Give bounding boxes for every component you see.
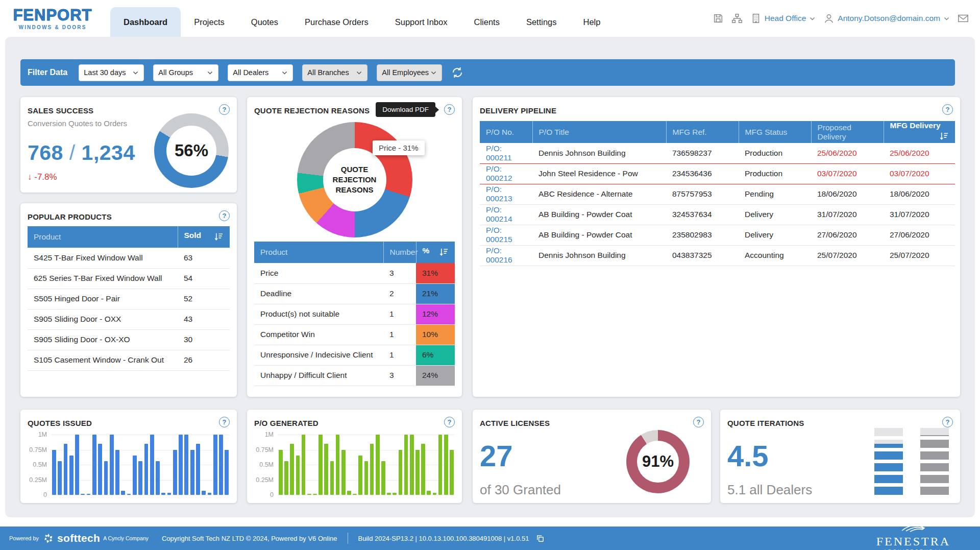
column-header[interactable]: Sold	[178, 226, 230, 248]
table-row[interactable]: Product(s) not suitable112%	[254, 304, 455, 324]
fenport-logo[interactable]: FENPORT WINDOWS & DOORS	[9, 7, 96, 30]
table-row[interactable]: Price331%	[254, 263, 455, 283]
help-icon[interactable]: ?	[942, 104, 953, 115]
filter-select-all-dealers[interactable]: All Dealers	[228, 64, 293, 81]
po-link[interactable]: P/O: 000216	[486, 246, 512, 264]
po-link[interactable]: P/O: 000212	[486, 164, 512, 182]
sitemap-icon[interactable]	[731, 13, 743, 24]
user-menu[interactable]: Antony.Dotson@domain.com	[823, 13, 950, 24]
select-value: All Dealers	[233, 68, 268, 77]
column-header[interactable]: P/O Title	[532, 121, 666, 143]
table-row[interactable]: S425 T-Bar Fixed Window Wall63	[28, 248, 230, 268]
chevron-down-icon	[809, 15, 816, 22]
licenses-pct: 91%	[637, 441, 679, 483]
copy-icon[interactable]	[536, 534, 545, 543]
column-header[interactable]: MFG Delivery	[884, 121, 955, 143]
tab-purchase-orders[interactable]: Purchase Orders	[291, 7, 382, 37]
bar	[358, 456, 362, 495]
bar	[290, 444, 294, 495]
sort-icon[interactable]	[939, 131, 949, 143]
save-icon[interactable]	[713, 13, 724, 24]
widget-title: QUOTE ITERATIONS	[727, 417, 804, 427]
chevron-down-icon	[207, 69, 213, 76]
table-row[interactable]: P/O: 000216Dennis Johnson Building043837…	[480, 245, 955, 266]
tab-help[interactable]: Help	[570, 7, 614, 37]
column-header[interactable]: P/O No.	[480, 121, 532, 143]
office-selector[interactable]: Head Office	[750, 13, 816, 24]
help-icon[interactable]: ?	[219, 104, 230, 115]
table-row[interactable]: Unhappy / Difficult Client324%	[254, 365, 455, 386]
bar	[399, 450, 403, 495]
rejection-donut-chart[interactable]: QUOTE REJECTION REASONS	[297, 122, 412, 237]
column-header[interactable]: Proposed Delivery	[811, 121, 884, 143]
bar	[387, 493, 391, 495]
quote-iterations-card: QUOTE ITERATIONS ? 4.5 5.1 all Dealers	[720, 410, 960, 503]
help-icon[interactable]: ?	[219, 210, 230, 221]
chevron-down-icon	[356, 69, 362, 76]
column-header[interactable]: Product	[28, 226, 178, 248]
delivery-pipeline-card: DELIVERY PIPELINE ? P/O No.P/O TitleMFG …	[473, 97, 960, 397]
tab-projects[interactable]: Projects	[181, 7, 238, 37]
table-row[interactable]: S105 Casement Window - Crank Out26	[28, 350, 230, 370]
filter-select-all-employees[interactable]: All Employees	[377, 64, 442, 81]
table-row[interactable]: Deadline221%	[254, 283, 455, 304]
table-row[interactable]: P/O: 000212John Steel Residence - Pow234…	[480, 163, 955, 184]
column-header[interactable]: Product	[254, 242, 383, 263]
tab-dashboard[interactable]: Dashboard	[110, 7, 181, 37]
table-row[interactable]: P/O: 000215AB Building - Powder Coat2358…	[480, 225, 955, 245]
column-header[interactable]: Number	[383, 242, 416, 263]
table-row[interactable]: Competitor Win110%	[254, 324, 455, 345]
bar	[444, 435, 448, 495]
filter-select-all-branches[interactable]: All Branches	[302, 64, 368, 81]
help-icon[interactable]: ?	[693, 417, 704, 427]
bar	[110, 435, 114, 495]
chevron-down-icon	[281, 69, 288, 76]
filter-select-last-30-days[interactable]: Last 30 days	[79, 64, 144, 81]
chevron-down-icon	[430, 69, 437, 76]
table-row[interactable]: P/O: 000213ABC Residence - Alternate8757…	[480, 184, 955, 204]
table-row[interactable]: P/O: 000211Dennis Johnson Building736598…	[480, 143, 955, 163]
widget-title: P/O GENERATED	[254, 417, 318, 427]
sort-icon[interactable]	[439, 247, 449, 259]
bar	[296, 456, 300, 495]
bar	[330, 461, 334, 495]
help-icon[interactable]: ?	[444, 417, 455, 427]
stack-segment	[920, 440, 949, 448]
filter-bar: Filter Data Last 30 daysAll GroupsAll De…	[20, 59, 955, 86]
table-row[interactable]: 625 Series T-Bar Fixed Window Wall54	[28, 268, 230, 289]
help-icon[interactable]: ?	[219, 417, 230, 427]
tab-clients[interactable]: Clients	[460, 7, 512, 37]
table-row[interactable]: P/O: 000214AB Building - Powder Coat3245…	[480, 204, 955, 225]
column-header[interactable]: %	[416, 242, 455, 263]
tab-support-inbox[interactable]: Support Inbox	[382, 7, 461, 37]
building-icon	[750, 13, 762, 24]
bar	[353, 494, 357, 495]
filter-label: Filter Data	[28, 68, 67, 77]
delivery-table: P/O No.P/O TitleMFG Ref.MFG StatusPropos…	[480, 121, 955, 266]
top-navigation: FENPORT WINDOWS & DOORS DashboardProject…	[0, 0, 980, 37]
bar	[104, 461, 108, 495]
column-header[interactable]: MFG Status	[739, 121, 811, 143]
refresh-icon[interactable]	[451, 66, 463, 79]
table-row[interactable]: S505 Hinged Door - Pair52	[28, 289, 230, 309]
bar	[433, 493, 437, 495]
column-header[interactable]: MFG Ref.	[666, 121, 739, 143]
filter-select-all-groups[interactable]: All Groups	[153, 64, 218, 81]
po-link[interactable]: P/O: 000214	[486, 205, 512, 223]
table-row[interactable]: S905 Sliding Door - OX-XO30	[28, 329, 230, 350]
sort-icon[interactable]	[214, 232, 224, 244]
bar	[225, 450, 229, 495]
help-icon[interactable]: ?	[444, 104, 455, 115]
tab-settings[interactable]: Settings	[513, 7, 570, 37]
help-icon[interactable]: ?	[942, 417, 953, 427]
bar	[438, 435, 443, 495]
stack-segment	[920, 428, 949, 436]
rejection-donut-label: QUOTE REJECTION REASONS	[322, 164, 388, 196]
mail-icon[interactable]	[958, 13, 969, 24]
tab-quotes[interactable]: Quotes	[238, 7, 291, 37]
table-row[interactable]: Unresponsive / Indecisive Client16%	[254, 345, 455, 365]
po-link[interactable]: P/O: 000215	[486, 226, 512, 244]
table-row[interactable]: S905 Sliding Door - OXX43	[28, 309, 230, 329]
po-link[interactable]: P/O: 000211	[486, 144, 512, 162]
po-link[interactable]: P/O: 000213	[486, 185, 512, 203]
